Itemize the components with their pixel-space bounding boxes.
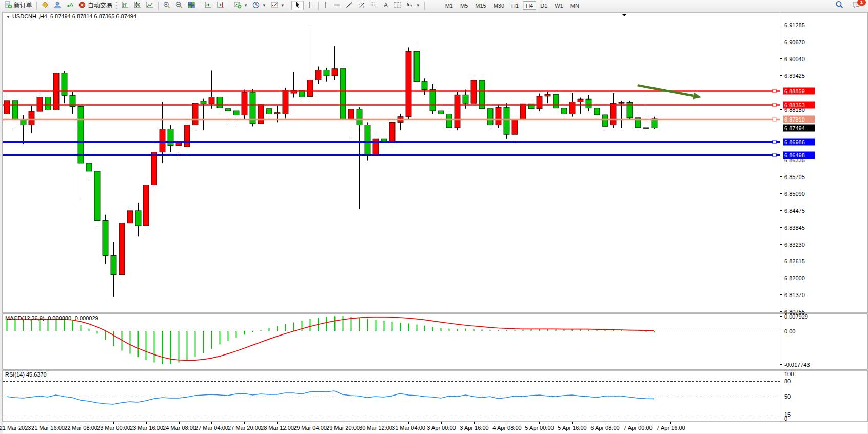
candle-body	[438, 111, 444, 114]
line-anchor-marker[interactable]	[773, 117, 776, 121]
price-tick-label: 6.82615	[784, 258, 805, 264]
signals-button[interactable]	[64, 1, 76, 10]
line-anchor-marker[interactable]	[773, 153, 776, 157]
price-tick-label: 6.85705	[784, 174, 805, 180]
gold-box-icon	[41, 1, 49, 10]
candle-body	[160, 129, 165, 152]
profile-button[interactable]	[51, 1, 64, 10]
horizontal-line-tool-button[interactable]	[331, 1, 343, 10]
date-tick-label: 29 Mar 20:00	[326, 425, 360, 431]
periods-clock-button[interactable]: ▼	[250, 1, 268, 10]
crosshair-icon	[306, 1, 314, 10]
candle-body	[217, 97, 223, 108]
svg-text:E: E	[363, 5, 365, 9]
cursor-tool-button[interactable]	[291, 1, 304, 10]
date-tick-label: 5 Apr 00:00	[525, 425, 554, 431]
line-chart-mode-button[interactable]	[144, 1, 156, 10]
date-tick-label: 27 Mar 04:00	[195, 425, 228, 431]
candle-body	[4, 101, 10, 114]
date-tick-label: 4 Apr 08:00	[492, 425, 521, 431]
timeframe-m1-button[interactable]: M1	[442, 1, 456, 10]
timeframe-h4-button[interactable]: H4	[523, 1, 536, 10]
candle-body	[151, 152, 157, 185]
indicators-button[interactable]: ▼	[268, 1, 287, 10]
candle-body	[422, 82, 427, 90]
line-anchor-marker[interactable]	[773, 103, 776, 107]
macd-tick-label: 0.00	[784, 328, 795, 334]
candle-body	[430, 90, 436, 111]
candle-body	[29, 111, 34, 125]
chart-title-symbol: USDCNH-,H4	[12, 13, 47, 19]
timeframe-d1-button[interactable]: D1	[537, 1, 550, 10]
zoom-out-button[interactable]	[173, 1, 185, 10]
candle-body	[86, 163, 92, 171]
crosshair-tool-button[interactable]	[304, 1, 316, 10]
new-order-button[interactable]: 新订单	[2, 1, 34, 10]
candle-body	[357, 109, 362, 125]
text-tool-button[interactable]: A	[380, 1, 391, 10]
tile-windows-button[interactable]	[185, 1, 198, 10]
price-chart: 6.912856.906706.900406.894256.881806.863…	[0, 11, 868, 434]
timeframe-w1-button[interactable]: W1	[551, 1, 566, 10]
price-line-label: 6.87494	[784, 125, 805, 131]
signal-icon	[66, 1, 74, 10]
new-chart-button[interactable]: ▼	[231, 1, 250, 10]
bar-chart-icon	[121, 1, 129, 10]
timeframe-m30-button[interactable]: M30	[490, 1, 507, 10]
new-order-icon	[4, 1, 12, 10]
price-line-label: 6.88859	[784, 88, 805, 94]
candle-body	[209, 97, 214, 104]
date-tick-label: 28 Mar 12:00	[261, 425, 294, 431]
clock-icon	[252, 1, 260, 10]
horizontal-line-icon	[333, 1, 341, 10]
candle-body	[45, 97, 51, 110]
equidistant-channel-tool-button[interactable]: E	[356, 1, 368, 10]
timeframe-mn-button[interactable]: MN	[567, 1, 582, 10]
timeframe-h1-button[interactable]: H1	[508, 1, 522, 10]
candle-body	[225, 109, 231, 111]
candlestick-mode-button[interactable]	[131, 1, 144, 10]
new-chart-icon	[233, 1, 242, 10]
trendline-icon	[345, 1, 353, 10]
timeframe-m15-button[interactable]: M15	[472, 1, 489, 10]
fibonacci-icon: F	[370, 1, 378, 10]
candle-body	[266, 109, 272, 114]
user-icon	[53, 1, 62, 10]
line-anchor-marker[interactable]	[773, 140, 776, 144]
bar-chart-mode-button[interactable]	[119, 1, 131, 10]
rsi-tick-label: 80	[784, 378, 791, 384]
notification-badge[interactable]: 1	[857, 0, 866, 6]
equidistant-channel-icon: E	[358, 1, 366, 10]
chevron-down-icon: ▼	[416, 3, 420, 8]
candle-body	[561, 108, 567, 114]
candle-body	[143, 185, 149, 226]
auto-trading-button[interactable]: 自动交易	[76, 1, 114, 10]
search-button[interactable]	[833, 1, 846, 10]
date-tick-label: 24 Mar 08:00	[163, 425, 196, 431]
candle-body	[537, 96, 542, 109]
zoom-in-button[interactable]	[161, 1, 173, 10]
candle-body	[520, 104, 526, 120]
auto-scroll-button[interactable]	[202, 1, 214, 10]
rsi-pane	[3, 370, 867, 422]
chart-shift-button[interactable]	[214, 1, 227, 10]
fibonacci-tool-button[interactable]: F	[368, 1, 380, 10]
vertical-line-tool-button[interactable]	[321, 1, 331, 10]
trendline-tool-button[interactable]	[343, 1, 356, 10]
collapse-triangle-icon[interactable]: ▼	[6, 15, 10, 19]
vertical-line-icon	[323, 1, 329, 10]
line-anchor-marker[interactable]	[773, 89, 776, 93]
price-line-label: 6.87810	[784, 116, 805, 123]
timeframe-m5-button[interactable]: M5	[457, 1, 471, 10]
candle-body	[389, 122, 395, 143]
svg-text:F: F	[375, 5, 377, 9]
candle-body	[201, 101, 206, 104]
date-tick-label: 21 Mar 16:00	[31, 425, 65, 431]
cursor-icon	[293, 1, 302, 10]
text-label-tool-button[interactable]: T	[391, 1, 404, 10]
text-label-icon: T	[393, 1, 402, 10]
date-tick-label: 7 Apr 00:00	[623, 425, 652, 431]
candle-body	[619, 103, 624, 104]
community-button[interactable]	[39, 1, 51, 10]
arrows-tool-button[interactable]: ▼	[404, 1, 422, 10]
